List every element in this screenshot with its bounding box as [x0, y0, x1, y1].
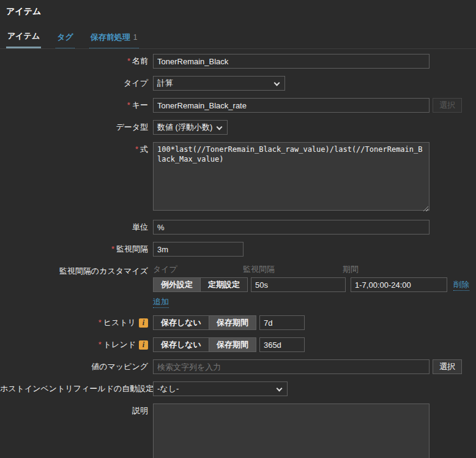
row-value-mapping: 値のマッピング 選択	[0, 359, 476, 374]
tab-bar: アイテム タグ 保存前処理1	[0, 22, 476, 49]
custom-intervals-header: タイプ 監視間隔 期間	[153, 264, 469, 275]
description-label: 説明	[0, 404, 153, 418]
trends-period-input[interactable]	[259, 337, 305, 352]
required-asterisk: *	[127, 56, 130, 66]
value-mapping-select-button[interactable]: 選択	[433, 359, 462, 374]
trends-label: トレンド	[103, 340, 136, 349]
row-update-interval: *監視間隔	[0, 242, 476, 257]
info-icon[interactable]: i	[139, 340, 148, 350]
item-form: *名前 タイプ 計算 *キー 選択 データ型	[0, 49, 476, 458]
update-interval-input[interactable]	[153, 242, 244, 257]
custom-interval-row: 例外設定 定期設定 削除	[153, 277, 469, 292]
column-period: 期間	[343, 264, 359, 275]
chevron-down-icon	[217, 124, 223, 130]
required-asterisk: *	[127, 100, 130, 110]
required-asterisk: *	[135, 145, 138, 154]
interval-type-scheduling-option[interactable]: 定期設定	[200, 278, 247, 291]
history-storage-period-option[interactable]: 保存期間	[209, 316, 256, 329]
history-do-not-keep-option[interactable]: 保存しない	[154, 316, 209, 329]
formula-textarea[interactable]: 100*last(//TonerRemain_Black_raw_value)/…	[153, 142, 430, 211]
units-input[interactable]	[153, 220, 430, 235]
value-mapping-label: 値のマッピング	[0, 359, 153, 374]
type-select-value: 計算	[157, 78, 173, 88]
host-inventory-label: ホストインベントリフィールドの自動設定	[0, 381, 153, 396]
host-inventory-select-value: -なし-	[157, 384, 179, 393]
tab-preprocessing[interactable]: 保存前処理1	[89, 29, 139, 48]
tab-item[interactable]: アイテム	[6, 28, 41, 48]
description-textarea[interactable]	[153, 404, 430, 458]
column-interval: 監視間隔	[243, 264, 343, 275]
host-inventory-select[interactable]: -なし-	[153, 381, 288, 396]
preprocessing-count-badge: 1	[133, 33, 138, 42]
units-label: 単位	[0, 220, 153, 235]
trends-mode-segmented-control: 保存しない 保存期間	[153, 337, 256, 352]
history-period-input[interactable]	[259, 315, 305, 330]
data-type-label: データ型	[0, 120, 153, 135]
tab-preprocessing-label: 保存前処理	[91, 32, 130, 42]
trends-do-not-keep-option[interactable]: 保存しない	[154, 338, 209, 351]
value-mapping-search-input[interactable]	[153, 359, 430, 374]
chevron-down-icon	[277, 386, 283, 392]
data-type-select[interactable]: 数値 (浮動小数)	[153, 120, 228, 135]
custom-interval-period-input[interactable]	[351, 277, 447, 292]
required-asterisk: *	[111, 244, 114, 253]
row-units: 単位	[0, 220, 476, 235]
page-title: アイテム	[0, 0, 476, 22]
interval-type-segmented-control: 例外設定 定期設定	[153, 277, 248, 292]
type-label: タイプ	[0, 76, 153, 91]
row-custom-intervals: 監視間隔のカスタマイズ タイプ 監視間隔 期間 例外設定 定期設定 削除	[0, 264, 476, 308]
key-select-button: 選択	[433, 98, 462, 113]
key-input[interactable]	[153, 98, 430, 113]
remove-interval-link[interactable]: 削除	[453, 279, 469, 291]
data-type-select-value: 数値 (浮動小数)	[157, 122, 212, 132]
interval-type-flexible-option[interactable]: 例外設定	[154, 278, 200, 291]
key-label: キー	[132, 100, 148, 110]
row-host-inventory: ホストインベントリフィールドの自動設定 -なし-	[0, 381, 476, 396]
history-label: ヒストリ	[103, 318, 136, 327]
required-asterisk: *	[99, 340, 102, 349]
history-mode-segmented-control: 保存しない 保存期間	[153, 315, 256, 330]
add-interval-link[interactable]: 追加	[153, 296, 169, 308]
row-key: *キー 選択	[0, 98, 476, 113]
trends-storage-period-option[interactable]: 保存期間	[209, 338, 256, 351]
row-name: *名前	[0, 54, 476, 69]
custom-interval-input[interactable]	[251, 277, 346, 292]
row-description: 説明	[0, 404, 476, 458]
custom-intervals-label: 監視間隔のカスタマイズ	[0, 264, 153, 279]
name-input[interactable]	[153, 54, 430, 69]
tab-tags[interactable]: タグ	[56, 29, 75, 48]
row-type: タイプ 計算	[0, 76, 476, 91]
type-select[interactable]: 計算	[153, 76, 285, 91]
required-asterisk: *	[99, 318, 102, 327]
row-trends: *トレンドi 保存しない 保存期間	[0, 337, 476, 352]
info-icon[interactable]: i	[139, 318, 148, 328]
row-history: *ヒストリi 保存しない 保存期間	[0, 315, 476, 330]
chevron-down-icon	[274, 80, 280, 86]
row-formula: *式 100*last(//TonerRemain_Black_raw_valu…	[0, 142, 476, 212]
name-label: 名前	[132, 56, 148, 66]
row-data-type: データ型 数値 (浮動小数)	[0, 120, 476, 135]
formula-label: 式	[140, 145, 148, 154]
column-type: タイプ	[153, 264, 243, 275]
update-interval-label: 監視間隔	[116, 244, 148, 253]
item-config-page: アイテム アイテム タグ 保存前処理1 *名前 タイプ 計算	[0, 0, 476, 458]
